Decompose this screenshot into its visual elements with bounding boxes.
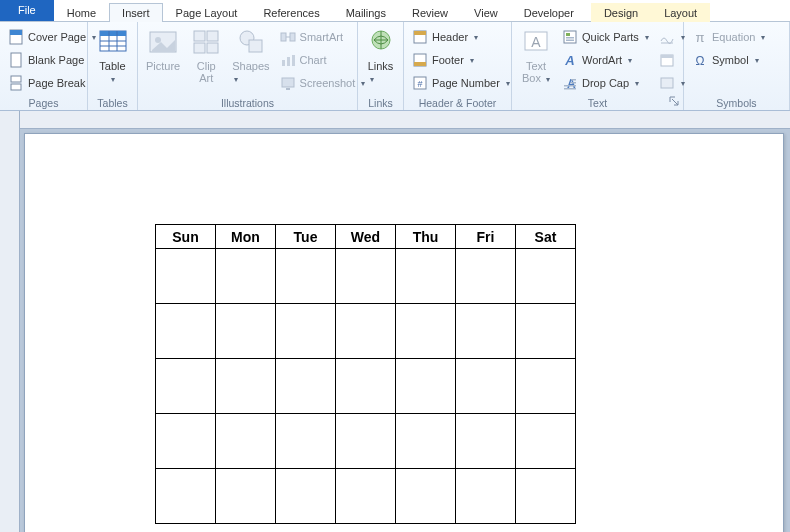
tab-developer[interactable]: Developer [511,3,587,22]
calendar-cell[interactable] [216,304,276,359]
calendar-cell[interactable] [276,469,336,524]
chevron-down-icon: ▾ [755,56,759,65]
calendar-cell[interactable] [396,249,456,304]
tab-page-layout[interactable]: Page Layout [163,3,251,22]
svg-rect-36 [566,33,570,36]
calendar-header-cell[interactable]: Sat [516,225,576,249]
wordart-button[interactable]: A WordArt▾ [558,49,653,71]
textbox-button[interactable]: A Text Box ▾ [516,24,556,95]
document-page[interactable]: SunMonTueWedThuFriSat [24,133,784,532]
chevron-down-icon: ▾ [370,75,374,84]
links-button[interactable]: Links▾ [361,24,401,95]
calendar-cell[interactable] [156,469,216,524]
calendar-cell[interactable] [336,359,396,414]
screenshot-button[interactable]: Screenshot▾ [276,72,370,94]
calendar-cell[interactable] [216,359,276,414]
calendar-header-cell[interactable]: Sun [156,225,216,249]
symbol-button[interactable]: Ω Symbol▾ [688,49,769,71]
signature-icon [659,29,675,45]
smartart-icon [280,29,296,45]
calendar-cell[interactable] [156,414,216,469]
cover-page-button[interactable]: Cover Page▾ [4,26,100,48]
calendar-header-cell[interactable]: Tue [276,225,336,249]
calendar-cell[interactable] [516,249,576,304]
header-label: Header [432,31,468,43]
smartart-button[interactable]: SmartArt [276,26,370,48]
calendar-cell[interactable] [516,469,576,524]
calendar-cell[interactable] [396,469,456,524]
symbol-icon: Ω [692,52,708,68]
calendar-cell[interactable] [456,414,516,469]
calendar-cell[interactable] [516,414,576,469]
calendar-cell[interactable] [156,249,216,304]
svg-rect-23 [292,55,295,66]
calendar-cell[interactable] [456,249,516,304]
dropcap-button[interactable]: A Drop Cap▾ [558,72,653,94]
calendar-cell[interactable] [456,359,516,414]
ribbon-tabbar: File HomeInsertPage LayoutReferencesMail… [0,0,790,22]
tab-insert[interactable]: Insert [109,3,163,22]
quickparts-label: Quick Parts [582,31,639,43]
page-number-button[interactable]: # Page Number▾ [408,72,514,94]
calendar-cell[interactable] [396,304,456,359]
tab-layout[interactable]: Layout [651,3,710,22]
calendar-cell[interactable] [336,469,396,524]
tab-review[interactable]: Review [399,3,461,22]
calendar-cell[interactable] [516,359,576,414]
vertical-ruler[interactable] [0,111,20,532]
calendar-cell[interactable] [156,304,216,359]
picture-button[interactable]: Picture [142,24,184,95]
group-illustrations-label: Illustrations [142,95,353,110]
tab-design[interactable]: Design [591,3,651,22]
svg-rect-48 [661,78,673,88]
calendar-cell[interactable] [396,414,456,469]
calendar-cell[interactable] [276,414,336,469]
text-dialog-launcher[interactable] [667,94,681,108]
calendar-cell[interactable] [336,249,396,304]
calendar-cell[interactable] [336,304,396,359]
calendar-cell[interactable] [216,414,276,469]
calendar-cell[interactable] [516,304,576,359]
chevron-down-icon: ▾ [761,33,765,42]
calendar-header-cell[interactable]: Fri [456,225,516,249]
screenshot-label: Screenshot [300,77,356,89]
calendar-table[interactable]: SunMonTueWedThuFriSat [155,224,576,524]
calendar-cell[interactable] [396,359,456,414]
calendar-cell[interactable] [156,359,216,414]
horizontal-ruler[interactable] [20,111,790,129]
chart-button[interactable]: Chart [276,49,370,71]
calendar-cell[interactable] [276,249,336,304]
calendar-cell[interactable] [456,469,516,524]
document-area: SunMonTueWedThuFriSat [20,111,790,532]
tab-view[interactable]: View [461,3,511,22]
calendar-cell[interactable] [456,304,516,359]
calendar-cell[interactable] [276,304,336,359]
tab-references[interactable]: References [250,3,332,22]
calendar-header-cell[interactable]: Wed [336,225,396,249]
svg-point-12 [155,37,161,43]
table-button[interactable]: Table▾ [93,24,133,95]
calendar-cell[interactable] [216,469,276,524]
equation-button[interactable]: π Equation▾ [688,26,769,48]
group-links: Links▾ Links [358,22,404,110]
calendar-header-cell[interactable]: Thu [396,225,456,249]
header-button[interactable]: Header▾ [408,26,514,48]
svg-text:#: # [417,79,422,89]
page-break-button[interactable]: Page Break [4,72,100,94]
clipart-button[interactable]: Clip Art [186,24,226,95]
tab-mailings[interactable]: Mailings [333,3,399,22]
quickparts-button[interactable]: Quick Parts▾ [558,26,653,48]
tab-home[interactable]: Home [54,3,109,22]
clipart-icon [190,26,222,58]
textbox-icon: A [520,26,552,58]
tab-file[interactable]: File [0,0,54,21]
blank-page-button[interactable]: Blank Page [4,49,100,71]
svg-rect-2 [11,53,21,67]
footer-button[interactable]: Footer▾ [408,49,514,71]
calendar-cell[interactable] [336,414,396,469]
calendar-cell[interactable] [276,359,336,414]
shapes-button[interactable]: Shapes ▾ [228,24,273,95]
calendar-cell[interactable] [216,249,276,304]
calendar-header-cell[interactable]: Mon [216,225,276,249]
svg-rect-16 [207,43,218,53]
